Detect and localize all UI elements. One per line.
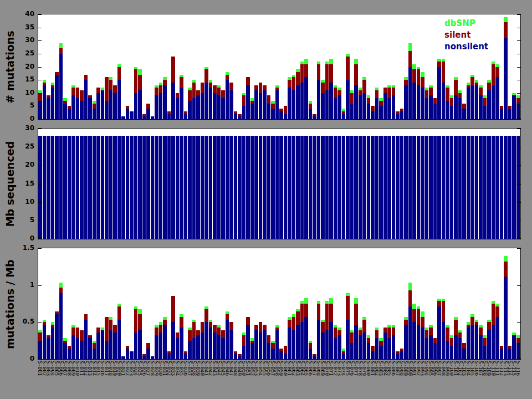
silent-segment <box>229 322 233 330</box>
sample-label: S-058 <box>275 361 279 397</box>
sample-label: S-114 <box>508 361 512 397</box>
nonsilent-segment <box>192 98 196 119</box>
sample-bar <box>184 136 188 239</box>
nonsilent-segment <box>387 338 391 359</box>
dbsnp-segment <box>454 317 458 320</box>
nonsilent-segment <box>188 101 192 119</box>
nonsilent-segment <box>209 328 213 359</box>
dbsnp-segment <box>334 85 337 88</box>
silent-segment <box>142 114 146 117</box>
sample-bar <box>325 62 329 119</box>
sample-bar <box>442 59 446 119</box>
dbsnp-segment <box>346 293 350 296</box>
sample-bar <box>346 54 350 119</box>
silent-segment <box>163 320 167 325</box>
sample-bar <box>442 298 446 359</box>
sample-bar <box>425 136 429 239</box>
nonsilent-segment <box>383 93 387 119</box>
sample-bar <box>71 136 75 239</box>
nonsilent-segment <box>167 136 171 239</box>
sample-bar <box>93 136 96 239</box>
dbsnp-segment <box>404 77 408 80</box>
nonsilent-segment <box>196 335 200 359</box>
sample-bar <box>38 136 42 239</box>
sample-bar <box>329 59 333 119</box>
sample-label: S-088 <box>400 361 404 397</box>
silent-segment <box>337 90 341 95</box>
sample-bar <box>121 116 125 119</box>
nonsilent-segment <box>121 116 125 119</box>
silent-segment <box>504 22 508 38</box>
sample-bar <box>359 328 362 359</box>
nonsilent-segment <box>417 325 421 359</box>
silent-segment <box>76 328 80 338</box>
sample-bar <box>51 322 55 359</box>
nonsilent-segment <box>462 349 466 359</box>
sample-bar <box>43 320 47 359</box>
sample-bar <box>470 314 474 359</box>
sample-bar <box>288 317 291 359</box>
dbsnp-segment <box>138 69 142 74</box>
nonsilent-segment <box>383 136 387 239</box>
dbsnp-segment <box>109 317 113 320</box>
nonsilent-segment <box>151 356 155 359</box>
sample-bar <box>342 349 346 359</box>
nonsilent-segment <box>271 349 275 359</box>
silent-segment <box>171 57 175 83</box>
nonsilent-segment <box>113 93 117 119</box>
silent-segment <box>146 104 150 109</box>
nonsilent-segment <box>142 136 146 239</box>
sample-bar <box>504 136 508 239</box>
dbsnp-segment <box>63 338 67 341</box>
nonsilent-segment <box>383 332 387 359</box>
silent-segment <box>400 349 404 351</box>
nonsilent-segment <box>334 338 337 359</box>
y-tick-label: 10 <box>12 89 34 96</box>
sample-bar <box>192 80 196 119</box>
silent-segment <box>238 114 242 117</box>
nonsilent-segment <box>379 346 383 359</box>
silent-segment <box>470 77 474 85</box>
nonsilent-segment <box>250 343 254 359</box>
axis-tick <box>517 80 520 80</box>
silent-segment <box>313 354 316 357</box>
silent-segment <box>275 88 279 90</box>
silent-segment <box>176 332 180 338</box>
sample-bar <box>425 328 429 359</box>
nonsilent-segment <box>246 85 250 119</box>
silent-segment <box>288 320 291 328</box>
sample-bar <box>479 325 483 359</box>
dbsnp-segment <box>350 330 354 333</box>
sample-bar <box>204 136 208 239</box>
dbsnp-segment <box>512 332 516 335</box>
sample-bar <box>492 301 495 359</box>
sample-label: S-108 <box>483 361 487 397</box>
axis-tick <box>38 119 42 119</box>
dbsnp-segment <box>379 98 383 101</box>
sample-bar <box>267 335 271 359</box>
sample-label: S-011 <box>79 361 84 397</box>
sample-label: S-013 <box>88 361 92 397</box>
nonsilent-segment <box>80 101 84 119</box>
silent-segment <box>63 341 67 344</box>
sample-label: S-051 <box>245 361 250 397</box>
sample-bar <box>495 64 499 119</box>
sample-bar <box>279 349 283 359</box>
silent-segment <box>204 309 208 323</box>
dbsnp-segment <box>300 62 304 64</box>
dbsnp-segment <box>492 62 495 64</box>
sample-bar <box>155 85 158 119</box>
dbsnp-segment <box>180 314 183 317</box>
silent-segment <box>59 288 63 293</box>
nonsilent-segment <box>304 136 308 239</box>
nonsilent-segment <box>192 338 196 359</box>
sample-bar <box>321 136 325 239</box>
dbsnp-segment <box>51 322 55 325</box>
sample-bar <box>184 351 188 359</box>
sample-label: S-031 <box>162 361 167 397</box>
sample-bar <box>383 88 387 119</box>
nonsilent-segment <box>313 136 316 239</box>
sample-bar <box>146 104 150 119</box>
nonsilent-segment <box>88 338 92 359</box>
silent-segment <box>88 95 92 98</box>
